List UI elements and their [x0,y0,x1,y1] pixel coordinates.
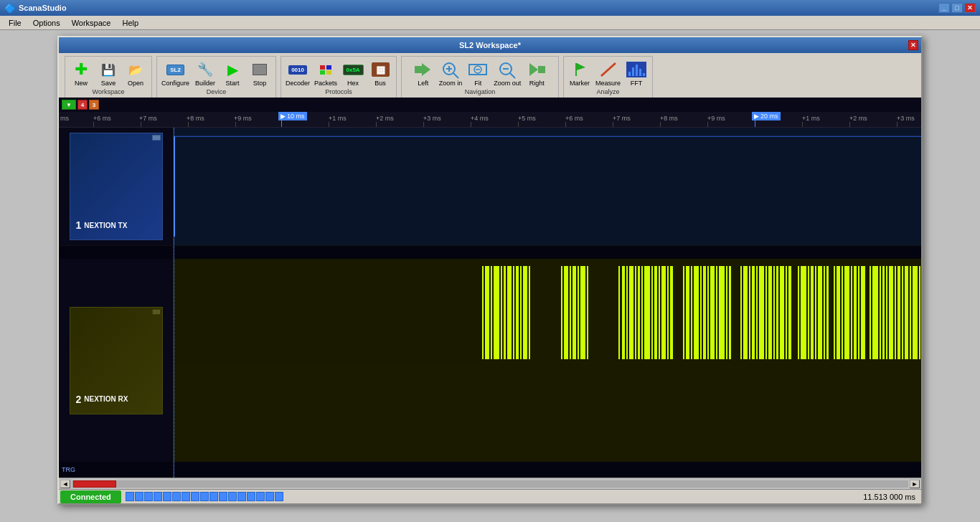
right-icon [525,60,548,80]
marker-label: Marker [570,80,590,87]
save-icon: 💾 [97,60,120,80]
svg-rect-36 [520,266,522,359]
device-group-label: Device [207,88,227,95]
time-display: 11.513 000 ms [863,493,921,501]
workspace-buttons: ✚ New 💾 Save 📂 Open [68,58,149,88]
waveform-display [174,128,921,478]
ch2-waveform-row [174,259,921,462]
tick-11 [613,122,613,128]
svg-rect-80 [773,266,775,359]
data-block-5 [163,492,171,501]
tick-7 [423,122,424,128]
packets-button[interactable]: Packets [313,58,339,88]
menu-help[interactable]: Help [116,17,144,29]
measure-label: Measure [595,80,621,87]
svg-rect-24 [643,73,645,76]
device-buttons: SL2 Configure 🔧 Builder ▶ Start [160,58,273,88]
fft-button[interactable]: FFT [623,58,649,88]
packets-icon [314,60,337,80]
start-button[interactable]: ▶ Start [220,58,245,88]
marker-button[interactable]: Marker [567,58,593,88]
zoom-out-label: Zoom out [494,80,521,87]
builder-button[interactable]: 🔧 Builder [192,58,218,88]
navigation-buttons: Left Zoom in [410,58,550,88]
svg-rect-22 [636,65,638,76]
measure-button[interactable]: Measure [594,58,622,88]
timeline-label-5ms-mid1: +5 ms [518,115,536,122]
fft-label: FFT [631,80,643,87]
svg-rect-100 [861,266,865,359]
configure-label: Configure [161,80,189,87]
waveform-bottom-gap [174,462,921,478]
svg-line-11 [510,73,515,78]
toolbar: ✚ New 💾 Save 📂 Open Workspace [59,53,921,103]
timeline-label-1ms-mid1: +1 ms [329,115,347,122]
fft-graph-icon [625,60,648,79]
svg-rect-97 [851,266,852,359]
scroll-right-arrow[interactable]: ► [910,480,920,488]
workspace-window: SL2 Workspace* ✕ ✚ New 💾 Save [57,36,923,505]
channel-2-minimize[interactable] [152,309,161,315]
menu-bar: File Options Workspace Help [0,16,980,30]
close-button[interactable]: ✕ [964,3,976,13]
channel-mode-button[interactable]: 3 [89,100,99,110]
svg-rect-49 [629,266,633,359]
decoder-button[interactable]: 0010 Decoder [284,58,311,88]
workspace-close-button[interactable]: ✕ [908,40,918,50]
timeline-label-7ms: +7 ms [139,115,157,122]
svg-rect-74 [749,266,750,359]
tick-12 [660,122,661,128]
svg-rect-21 [632,67,634,76]
ch2-waveform-svg [174,259,921,462]
bus-button[interactable]: ▩ Bus [367,58,393,88]
toolbar-group-device: SL2 Configure 🔧 Builder ▶ Start [156,56,276,99]
svg-rect-48 [626,266,628,359]
zoom-in-button[interactable]: Zoom in [438,58,464,88]
data-block-12 [228,492,237,501]
right-button[interactable]: Right [524,58,550,88]
data-block-4 [154,492,162,501]
minimize-button[interactable]: _ [938,3,950,13]
hex-button[interactable]: 0x5A Hex [340,58,366,88]
new-button[interactable]: ✚ New [68,58,94,88]
fit-button[interactable]: Fit [465,58,491,88]
analyze-buttons: Marker Measure [567,58,649,88]
svg-rect-95 [842,266,843,359]
scroll-thumb[interactable] [73,480,116,488]
data-block-3 [144,492,153,501]
scroll-left-arrow[interactable]: ◄ [60,480,70,488]
timeline-ms-label: ms [60,115,69,122]
channel-1-minimize[interactable] [152,135,161,141]
download-button[interactable]: ▼ [62,100,76,110]
menu-options[interactable]: Options [27,17,66,29]
menu-workspace[interactable]: Workspace [66,17,117,29]
new-icon: ✚ [70,60,93,80]
menu-file[interactable]: File [3,17,27,29]
svg-rect-98 [854,266,857,359]
data-block-9 [200,492,209,501]
builder-label: Builder [195,80,215,87]
maximize-button[interactable]: □ [951,3,963,13]
configure-icon: SL2 [164,60,187,80]
timeline-label-3ms-right: +3 ms [897,115,915,122]
timeline: ms +6 ms +7 ms +8 ms +9 ms ▶10 ms +1 ms … [59,112,921,128]
save-button[interactable]: 💾 Save [95,58,121,88]
configure-button[interactable]: SL2 Configure [160,58,191,88]
left-button[interactable]: Left [410,58,436,88]
workspace-title-bar: SL2 Workspace* ✕ [59,37,921,53]
right-arrow-icon [527,60,547,79]
magnify-plus-icon [440,60,461,79]
scroll-track[interactable] [72,480,908,488]
svg-rect-60 [683,266,684,359]
stop-button[interactable]: Stop [247,58,273,88]
bus-icon: ▩ [369,60,392,80]
open-button[interactable]: 📂 Open [123,58,149,88]
channel-count-button[interactable]: 4 [77,100,88,110]
zoom-out-button[interactable]: Zoom out [492,58,522,88]
status-bar: Connected [59,489,921,503]
toolbar-group-protocols: 0010 Decoder [281,56,397,99]
svg-rect-68 [716,266,717,359]
svg-rect-58 [667,266,669,359]
app: 🔷 ScanaStudio _ □ ✕ File Options Workspa… [0,0,980,522]
title-bar-controls: _ □ ✕ [938,3,976,13]
